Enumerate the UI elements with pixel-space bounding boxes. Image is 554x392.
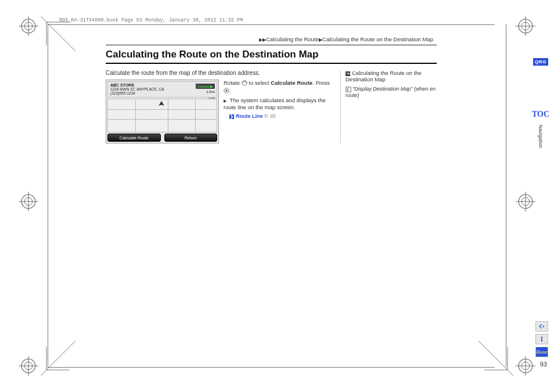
link-page-ref: P. 95 bbox=[264, 113, 276, 119]
breadcrumb: ▶▶Calculating the Route▶Calculating the … bbox=[106, 36, 437, 42]
section-tab[interactable]: Navigation bbox=[538, 125, 544, 148]
svg-point-36 bbox=[225, 90, 227, 92]
title-divider bbox=[106, 63, 437, 64]
registration-mark-icon bbox=[19, 356, 38, 376]
rotate-knob-icon bbox=[242, 80, 247, 86]
current-tag: Current ▶ bbox=[196, 84, 215, 89]
voice-command-icon bbox=[346, 87, 351, 92]
file-meta-header: RDX_KA-31TX4800.book Page 93 Monday, Jan… bbox=[59, 17, 489, 23]
breadcrumb-level2: Calculating the Route on the Destination… bbox=[322, 36, 433, 42]
result-text: The system calculates and displays the r… bbox=[224, 97, 326, 111]
page-title: Calculating the Route on the Destination… bbox=[106, 49, 437, 60]
svg-rect-39 bbox=[541, 339, 542, 341]
sidebar-voice-note: "Display Destination Map" (when en route… bbox=[346, 86, 437, 98]
registration-mark-icon bbox=[19, 192, 38, 211]
svg-point-38 bbox=[541, 337, 543, 339]
toc-tab[interactable]: TOC bbox=[532, 110, 549, 119]
sidebar-column: ≫Calculating the Route on the Destinatio… bbox=[340, 70, 437, 143]
qrg-tab[interactable]: QRG bbox=[533, 58, 548, 66]
press-button-icon bbox=[224, 88, 229, 93]
home-button[interactable]: Home bbox=[535, 347, 548, 357]
crop-line bbox=[48, 367, 495, 368]
registration-mark-icon bbox=[19, 16, 38, 36]
return-button[interactable]: Return bbox=[164, 134, 218, 142]
crop-line bbox=[506, 24, 506, 367]
registration-mark-icon bbox=[516, 356, 535, 376]
right-bottom-buttons: Home bbox=[535, 321, 548, 357]
voice-icon bbox=[538, 323, 545, 330]
distance-label: 1.5mi bbox=[206, 90, 215, 93]
instruction-text: Rotate to select Calculate Route. Press … bbox=[224, 80, 332, 143]
registration-mark-icon bbox=[516, 16, 535, 36]
map-screenshot: ABC STORE 1234 MAIN ST, ANYPLACE, CA (31… bbox=[106, 80, 219, 143]
intro-text: Calculate the route from the map of the … bbox=[106, 70, 332, 76]
registration-mark-icon bbox=[516, 192, 535, 211]
sidebar-title: ≫Calculating the Route on the Destinatio… bbox=[346, 70, 437, 82]
map-info-panel: ABC STORE 1234 MAIN ST, ANYPLACE, CA (31… bbox=[107, 81, 217, 98]
note-icon: ≫ bbox=[346, 71, 350, 76]
map-view bbox=[107, 99, 217, 132]
calc-route-bold: Calculate Route bbox=[271, 80, 312, 86]
main-column: Calculate the route from the map of the … bbox=[106, 70, 332, 143]
map-phone: (310)555-1234 bbox=[110, 91, 214, 95]
info-button[interactable] bbox=[535, 334, 548, 344]
calculate-route-button[interactable]: Calculate Route bbox=[107, 134, 161, 142]
divider bbox=[106, 45, 437, 45]
destination-pin-icon bbox=[157, 101, 166, 110]
breadcrumb-level1: Calculating the Route bbox=[266, 36, 319, 42]
page-number: 93 bbox=[540, 361, 547, 368]
route-line-link[interactable]: ❯Route Line bbox=[229, 113, 263, 119]
voice-help-button[interactable] bbox=[535, 321, 548, 332]
info-icon bbox=[538, 336, 545, 343]
right-rail: QRG TOC Navigation bbox=[533, 58, 548, 148]
